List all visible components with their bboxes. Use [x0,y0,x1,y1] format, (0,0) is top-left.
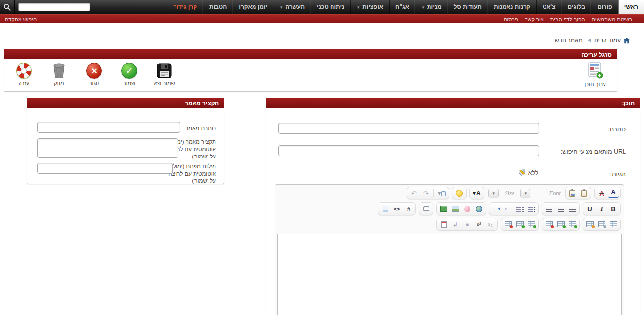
editor-content-area[interactable] [277,234,622,315]
cell-properties-icon[interactable] [585,219,595,229]
menu-item-העשרה[interactable]: העשרה▼ [273,0,311,14]
search-input[interactable] [18,3,90,11]
trash-icon [46,62,72,79]
article-title-input[interactable] [37,122,180,133]
outdent-icon[interactable] [503,204,513,214]
bold-icon[interactable]: B [608,204,619,214]
editor-toolbar-row-3: ↲≡x²x₂ [275,216,624,232]
table-properties-icon[interactable] [596,219,607,229]
image-icon[interactable] [450,204,461,214]
insert-table-icon[interactable] [608,219,619,229]
insert-column-before-icon[interactable] [567,219,578,229]
align-right-icon[interactable] [567,204,578,214]
underline-icon[interactable]: U [585,204,595,214]
subbar-link-הפוך לדף הבית[interactable]: הפוך לדף הבית [550,17,585,22]
subscript-icon[interactable]: x₂ [485,219,496,229]
menu-item-קרן גידור[interactable]: קרן גידור [167,0,203,14]
insert-table-icon [610,221,617,227]
edit-toolbar-panel-header: סרגל עריכה [4,49,617,59]
delete-row-icon[interactable] [503,219,513,229]
menu-item-צ'אט[interactable]: צ'אט [536,0,562,14]
menu-item-קרנות נאמנות[interactable]: קרנות נאמנות [488,0,536,14]
title-input[interactable] [278,123,539,134]
menu-item-ראשי[interactable]: ראשי [618,0,644,14]
breadcrumb-home-link[interactable]: עמוד הבית [594,37,621,44]
menu-item-תעודות סל[interactable]: תעודות סל [448,0,488,14]
bullet-list-icon[interactable] [514,204,525,214]
paste-from-word-icon[interactable] [567,188,578,198]
keywords-input[interactable] [37,163,173,174]
subbar-link-רשימת משתמשים[interactable]: רשימת משתמשים [592,17,632,22]
menu-item-ניתוח טכני[interactable]: ניתוח טכני [311,0,350,14]
superscript-icon[interactable]: x² [473,219,484,229]
comment-icon[interactable] [421,204,431,214]
horizontal-rule-icon[interactable]: ≡ [462,219,472,229]
link-icon[interactable] [473,204,484,214]
menu-item-label: ניתוח טכני [317,3,344,10]
redo-icon[interactable]: ↷ [420,188,431,198]
edit-content-label: ערוך תוכן [580,81,611,87]
save-button[interactable]: ✓שמור [117,62,142,86]
text-style-dropdown-icon[interactable]: ▾A [471,188,482,198]
menu-item-בלוגים[interactable]: בלוגים [562,0,591,14]
delete-column-icon [546,221,553,227]
editor-toolbar-row-2: <>#UIB [275,200,624,216]
page-break-icon [441,221,447,228]
media-icon[interactable] [438,204,449,214]
size-combo[interactable]: ▼Size [488,189,514,197]
page: ראשיפורוםבלוגיםצ'אטקרנות נאמנותתעודות סל… [0,0,644,315]
sub-navigation-bar: רשימת משתמשיםהפוך לדף הביתצור קשרפרסום ח… [0,14,644,23]
delete-button[interactable]: מחק [46,62,72,86]
close-button[interactable]: ×סגור [81,62,107,86]
floppy-icon [152,62,177,79]
help-button[interactable]: עזרה [11,62,37,86]
indent-icon[interactable] [491,204,502,214]
text-color-icon[interactable]: A [608,188,619,198]
align-left-icon[interactable] [544,204,554,214]
article-summary-input[interactable] [37,138,178,158]
italic-icon[interactable]: I [596,204,607,214]
menu-item-פורום[interactable]: פורום [591,0,618,14]
subbar-links: רשימת משתמשיםהפוך לדף הביתצור קשרפרסום [504,15,632,24]
summary-field-label-2: מילות מפתח (ימולא אוטומטית עם לחיצה על '… [167,163,216,185]
source-code-icon[interactable]: <> [391,204,402,214]
insert-column-after-icon [557,221,565,227]
home-icon[interactable] [624,38,630,44]
insert-row-below-icon[interactable] [514,219,525,229]
paste-icon[interactable] [579,188,589,198]
indent-icon [493,206,500,212]
search-button[interactable] [0,0,15,14]
edit-content-button[interactable]: ערוך תוכן [580,62,611,87]
tags-edit-button[interactable]: ללא [518,169,538,176]
subbar-link-צור קשר[interactable]: צור קשר [525,17,544,22]
undo-icon[interactable]: ↶ [409,188,419,198]
save-exit-button[interactable]: שמור וצא [152,62,177,86]
advanced-search-link[interactable]: חיפוש מתקדם [5,15,37,24]
page-break-icon[interactable] [438,219,449,229]
remove-format-icon[interactable]: A [596,188,607,198]
select-line-icon[interactable]: ↲ [450,219,461,229]
align-center-icon[interactable] [555,204,566,214]
smiley-icon[interactable] [454,188,465,198]
flash-icon[interactable] [462,204,472,214]
menu-item-הטבות[interactable]: הטבות [203,0,233,14]
seo-url-input[interactable] [278,145,539,156]
menu-item-יומן מאקרו[interactable]: יומן מאקרו [233,0,273,14]
menu-item-מניות[interactable]: מניות▼ [415,0,448,14]
document-source-icon[interactable] [380,204,390,214]
chevron-down-icon: ▼ [488,189,499,197]
menu-item-אופציות[interactable]: אופציות▼ [350,0,389,14]
font-combo[interactable]: ▼Font [520,189,561,197]
menu-item-אג"ח[interactable]: אג"ח [389,0,415,14]
anchor-icon[interactable]: # [403,204,414,214]
article-summary-panel-body: כותרת מאמרתקציר מאמר (ימולא אוטומטית עם … [27,108,224,184]
insert-row-above-icon[interactable] [526,219,537,229]
chevron-down-icon: ▼ [279,5,283,10]
chevron-down-icon: ▼ [520,189,530,197]
subbar-link-פרסום[interactable]: פרסום [504,17,518,22]
delete-column-icon[interactable] [544,219,554,229]
insert-column-after-icon[interactable] [555,219,566,229]
attach-dropdown-icon[interactable]: ▾ [436,188,447,198]
toolbar-group: ↲≡x²x₂ [436,218,498,231]
numbered-list-icon[interactable] [526,204,537,214]
